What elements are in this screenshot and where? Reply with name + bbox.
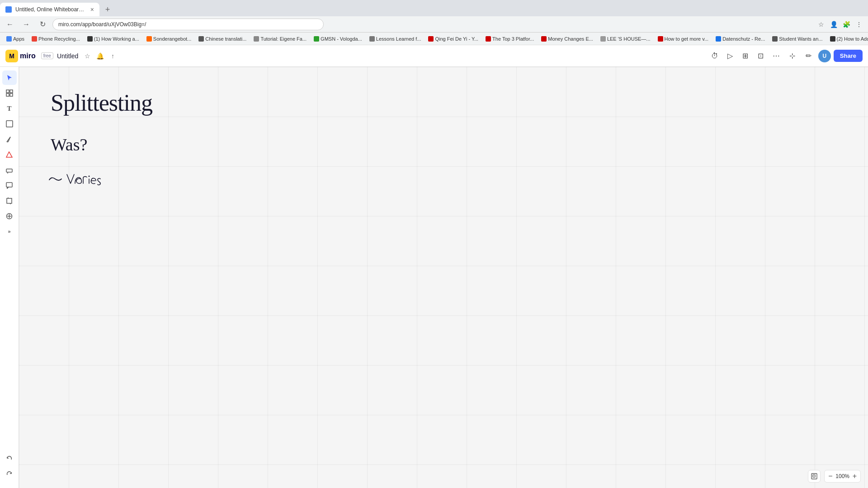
forward-button[interactable]: → [20,18,33,31]
present-button[interactable]: ▷ [723,49,737,63]
undo-redo-group [2,451,17,484]
share-button[interactable]: Share [834,50,863,62]
bookmark-favicon [541,36,547,42]
integration-tool[interactable] [2,209,17,223]
more-tools-button[interactable]: » [2,224,17,239]
left-toolbar: T » [0,67,19,488]
zoom-dropdown-button[interactable]: ⊡ [754,49,768,63]
svg-rect-8 [6,169,12,172]
edit-mode-button[interactable]: ✏ [802,49,816,63]
frames-button[interactable]: ⊞ [739,49,752,63]
shapes-tool[interactable] [2,147,17,162]
extensions-button[interactable]: 🧩 [841,19,852,30]
bottom-bar: − 100% + [808,470,861,483]
svg-rect-19 [813,475,815,477]
title-actions: ☆ 🔔 ↑ [82,51,118,61]
bookmark-favicon [658,36,663,42]
comment-tool[interactable] [2,178,17,192]
notifications-button[interactable]: 🔔 [94,51,105,61]
canvas-text-splittesting[interactable]: Splittesting [51,89,152,116]
svg-rect-10 [6,183,12,187]
new-tab-button[interactable]: + [101,3,114,16]
bookmark-3[interactable]: Sonderangebot... [144,35,194,42]
bookmark-favicon [830,36,835,42]
logo-icon: M [5,50,18,62]
crop-tool[interactable] [2,193,17,208]
profile-button[interactable]: 👤 [828,19,839,30]
bookmark-apps[interactable]: Apps [4,35,27,42]
free-badge: free [41,52,53,59]
title-star-button[interactable]: ☆ [82,51,93,61]
board-title[interactable]: Untitled [57,52,78,60]
svg-rect-3 [10,94,13,96]
text-tool[interactable]: T [2,101,17,116]
bookmark-label: (1) How Working a... [94,36,139,42]
canvas-text-was[interactable]: Was? [51,135,87,155]
minimap-button[interactable] [808,470,821,483]
top-bar-right: ⏱ ▷ ⊞ ⊡ ⋯ ⊹ ✏ U Share [708,49,863,63]
bookmark-13[interactable]: Datenschutz - Re... [713,35,768,42]
app: M miro free Untitled ☆ 🔔 ↑ ⏱ ▷ ⊞ ⊡ ⋯ ⊹ ✏… [0,45,868,488]
zoom-in-button[interactable]: + [853,472,857,480]
url-input[interactable]: miro.com/app/board/uXjVOw03Big=/ [52,19,324,30]
canvas-content: Splittesting Was? [19,67,868,488]
frames-tool[interactable] [2,86,17,100]
timer-button[interactable]: ⏱ [708,49,722,63]
bookmark-1[interactable]: Phone Recycling... [29,35,83,42]
url-text: miro.com/app/board/uXjVOw03Big=/ [58,21,146,28]
bookmark-favicon [772,36,778,42]
tab-title: Untitled, Online Whiteboard fo... [15,6,87,13]
bookmark-favicon [314,36,319,42]
bookmark-label: The Top 3 Platfor... [492,36,534,42]
export-button[interactable]: ↑ [107,51,118,61]
bookmark-5[interactable]: Tutorial: Eigene Fa... [251,35,309,42]
bookmark-favicon [486,36,491,42]
top-bar: M miro free Untitled ☆ 🔔 ↑ ⏱ ▷ ⊞ ⊡ ⋯ ⊹ ✏… [0,45,868,67]
svg-rect-18 [811,474,817,479]
bookmark-6[interactable]: GMSN - Vologda... [311,35,365,42]
canvas[interactable]: Splittesting Was? [19,67,868,488]
miro-logo[interactable]: M miro [5,50,36,62]
select-tool[interactable] [2,70,17,85]
bookmark-2[interactable]: (1) How Working a... [85,35,142,42]
bookmark-label: Sonderangebot... [153,36,191,42]
refresh-button[interactable]: ↻ [36,18,49,31]
zoom-out-button[interactable]: − [828,472,832,480]
zoom-control: − 100% + [824,470,861,483]
svg-rect-1 [10,90,13,93]
redo-button[interactable] [2,466,17,481]
bookmark-7[interactable]: Lessons Learned f... [367,35,424,42]
eraser-tool[interactable] [2,163,17,177]
back-button[interactable]: ← [4,18,16,31]
bookmark-8[interactable]: Qing Fei De Yi - Y... [425,35,481,42]
active-tab[interactable]: Untitled, Online Whiteboard fo... × [0,3,99,16]
undo-button[interactable] [2,451,17,465]
cursor-mode-button[interactable]: ⊹ [786,49,799,63]
bookmark-label: (2) How to Add A... [837,36,868,42]
bookmark-label: Apps [13,36,24,42]
bookmark-11[interactable]: LEE 'S HOUSE—... [598,35,653,42]
bookmark-favicon [428,36,434,42]
browser-actions: ☆ 👤 🧩 ⋮ [816,19,864,30]
more-options-button[interactable]: ⋯ [769,49,783,63]
bookmark-9[interactable]: The Top 3 Platfor... [483,35,537,42]
bookmark-label: Datenschutz - Re... [722,36,765,42]
bookmark-favicon [254,36,259,42]
bookmark-4[interactable]: Chinese translati... [196,35,249,42]
address-bar: ← → ↻ miro.com/app/board/uXjVOw03Big=/ ☆… [0,16,868,33]
bookmark-14[interactable]: Student Wants an... [769,35,825,42]
bookmark-label: Money Changes E... [548,36,593,42]
pen-tool[interactable] [2,132,17,146]
tab-close-button[interactable]: × [90,6,94,13]
browser-chrome: Untitled, Online Whiteboard fo... × + ← … [0,0,868,45]
sticky-note-tool[interactable] [2,117,17,131]
tab-favicon [5,6,12,13]
bookmark-10[interactable]: Money Changes E... [538,35,596,42]
bookmark-star-button[interactable]: ☆ [816,19,826,30]
menu-button[interactable]: ⋮ [854,19,864,30]
svg-rect-4 [6,121,13,127]
bookmark-favicon [600,36,606,42]
user-avatar[interactable]: U [818,50,831,62]
bookmark-12[interactable]: How to get more v... [655,35,712,42]
bookmark-15[interactable]: (2) How to Add A... [827,35,868,42]
